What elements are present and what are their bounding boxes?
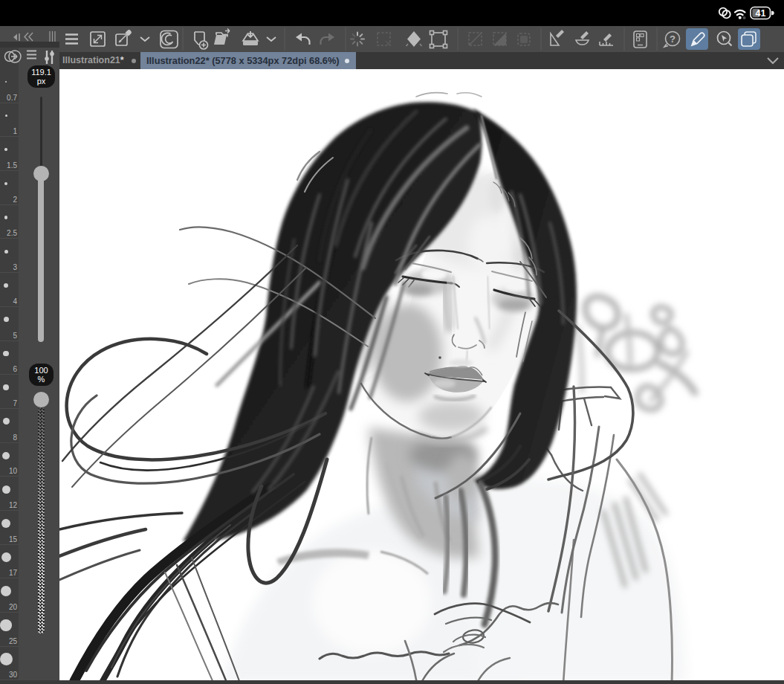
svg-text:41: 41 (756, 8, 766, 19)
svg-text:?: ? (670, 33, 676, 45)
